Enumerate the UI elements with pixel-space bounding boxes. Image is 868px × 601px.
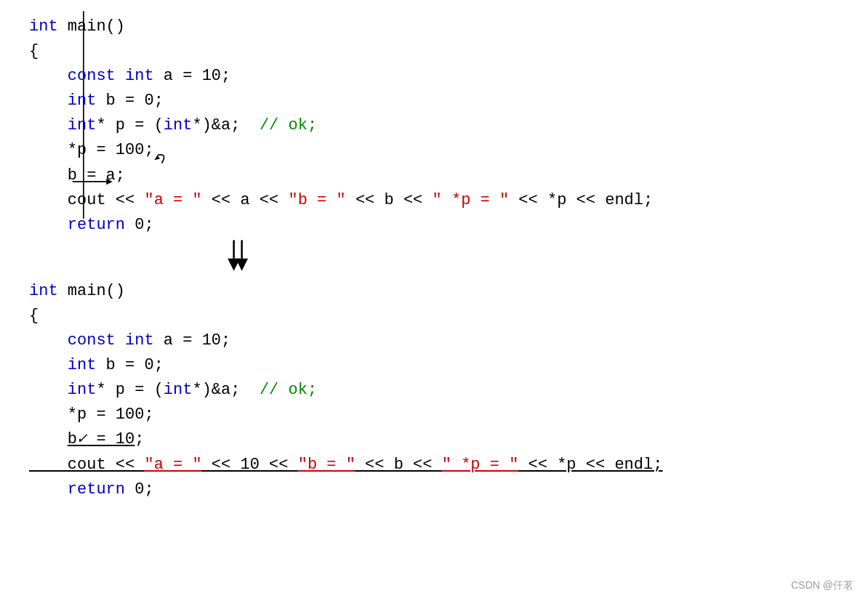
code-line: int main() [29, 15, 853, 39]
code-line-b-equals-a: b = a; [29, 164, 853, 188]
code-line: { [29, 304, 853, 328]
code-container: int main() { const int a = 10; int b = 0… [0, 0, 868, 509]
code-line: *p = 100; [29, 138, 853, 163]
code-line-cout2: cout << "a = " << 10 << "b = " << b << "… [29, 453, 853, 477]
code-line: { [29, 39, 853, 64]
section-gap [29, 238, 853, 278]
section2: int main() { const int a = 10; int b = 0… [29, 279, 853, 502]
code-line: const int a = 10; [29, 64, 853, 89]
code-line-b-underline: b✓ = 10; [29, 427, 853, 452]
code-line: *p = 100; [29, 403, 853, 427]
code-line: int b = 0; [29, 353, 853, 378]
code-line: int* p = (int*)&a; // ok; [29, 378, 853, 403]
code-line: int main() [29, 279, 853, 304]
code-line-return: return 0; [29, 213, 853, 238]
code-line: int* p = (int*)&a; // ok; [29, 113, 853, 138]
code-line-cout: cout << "a = " << a << "b = " << b << " … [29, 188, 853, 213]
code-line-return2: return 0; [29, 477, 853, 502]
section1: int main() { const int a = 10; int b = 0… [29, 15, 853, 238]
code-line: int b = 0; [29, 89, 853, 113]
code-line: const int a = 10; [29, 328, 853, 353]
keyword-int: int [29, 15, 58, 39]
watermark-text: CSDN @仟茗 [791, 578, 853, 594]
keyword-int2: int [29, 279, 58, 304]
